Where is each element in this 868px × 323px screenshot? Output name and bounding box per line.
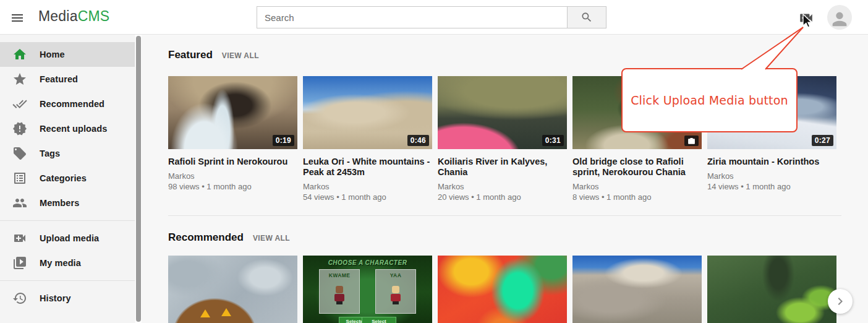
duration-badge: 0:31 — [542, 135, 564, 146]
sidebar-item-upload-media[interactable]: Upload media — [0, 226, 135, 251]
sidebar-item-label: Tags — [40, 149, 60, 158]
annotation-callout: Click Upload Media button — [621, 68, 798, 132]
done-all-icon — [12, 97, 27, 111]
sidebar-item-label: Categories — [40, 173, 87, 183]
recommended-view-all-link[interactable]: VIEW ALL — [253, 234, 290, 243]
carousel-next-button[interactable] — [828, 289, 853, 314]
media-author[interactable]: Markos — [438, 181, 567, 192]
sidebar-secondary-nav: Upload mediaMy media — [0, 226, 135, 275]
search-bar — [257, 6, 606, 28]
sidebar-item-label: Members — [40, 198, 79, 208]
thumbnail-game-character-select[interactable]: CHOOSE A CHARACTERKWAMESelectedYAASelect — [303, 256, 432, 323]
star-icon — [12, 72, 27, 87]
home-icon — [12, 47, 27, 62]
media-title[interactable]: Koiliaris River in Kalyves, Chania — [438, 157, 567, 178]
app-logo[interactable]: MediaCMS — [38, 8, 109, 25]
chevron-right-icon — [833, 294, 848, 309]
media-card — [438, 256, 567, 323]
video-library-icon — [12, 256, 27, 270]
sidebar-divider — [0, 280, 135, 281]
header: MediaCMS — [0, 0, 868, 35]
sidebar-item-label: History — [40, 293, 71, 303]
user-avatar[interactable] — [827, 5, 852, 30]
sidebar-item-recent-uploads[interactable]: Recent uploads — [0, 116, 135, 141]
recommended-cards-row: CHOOSE A CHARACTERKWAMESelectedYAASelect — [168, 256, 868, 323]
thumbnail-green-leaves[interactable] — [707, 256, 836, 323]
mediacms-app: MediaCMS HomeFeaturedRecommendedRecent u… — [0, 0, 868, 323]
section-separator — [168, 215, 841, 216]
media-author[interactable]: Markos — [168, 171, 297, 181]
media-title[interactable]: Rafioli Sprint in Nerokourou — [168, 157, 297, 167]
sidebar-item-my-media[interactable]: My media — [0, 251, 135, 275]
media-card — [707, 256, 836, 323]
sidebar-item-label: Featured — [40, 74, 78, 84]
sidebar-item-categories[interactable]: Categories — [0, 166, 135, 191]
media-title[interactable]: Leuka Ori - White mountains - Peak at 24… — [303, 157, 432, 178]
media-author[interactable]: Markos — [303, 181, 432, 192]
sidebar-main-nav: HomeFeaturedRecommendedRecent uploadsTag… — [0, 35, 135, 215]
sidebar-item-tags[interactable]: Tags — [0, 141, 135, 166]
thumbnail-river-kayak[interactable]: 0:31 — [438, 76, 567, 149]
sidebar: HomeFeaturedRecommendedRecent uploadsTag… — [0, 35, 135, 323]
sidebar-scrollbar-thumb[interactable] — [136, 36, 141, 322]
media-title[interactable]: Ziria mountain - Korinthos — [707, 157, 836, 167]
media-card — [168, 256, 297, 323]
tag-icon — [12, 146, 27, 161]
thumbnail-pumpkin-craft[interactable] — [168, 256, 297, 323]
media-card — [572, 256, 702, 323]
photo-camera-icon — [684, 136, 699, 146]
search-icon — [581, 11, 593, 24]
sidebar-tertiary-nav: History — [0, 286, 135, 311]
search-input[interactable] — [257, 6, 568, 28]
game-character-name: KWAME — [320, 272, 359, 278]
sidebar-item-label: Home — [40, 50, 65, 59]
duration-badge: 0:46 — [407, 135, 429, 146]
sidebar-item-label: Recent uploads — [40, 124, 107, 134]
sidebar-item-history[interactable]: History — [0, 286, 135, 311]
sidebar-divider — [0, 220, 135, 221]
sidebar-scrollbar-track[interactable] — [135, 35, 142, 323]
video-call-icon — [12, 231, 27, 246]
upload-media-icon[interactable] — [798, 10, 814, 26]
thumbnail-fountain-waterfall[interactable]: 0:19 — [168, 76, 297, 149]
media-card: CHOOSE A CHARACTERKWAMESelectedYAASelect — [303, 256, 432, 323]
featured-view-all-link[interactable]: VIEW ALL — [222, 51, 259, 60]
game-character-sprite — [391, 286, 401, 304]
featured-section-header: Featured VIEW ALL — [168, 49, 868, 61]
thumbnail-desert-mountains[interactable]: 0:46 — [303, 76, 432, 149]
sidebar-item-label: Upload media — [40, 233, 99, 243]
sidebar-item-featured[interactable]: Featured — [0, 67, 135, 92]
game-character-panel: YAASelect — [375, 269, 416, 314]
section-title-recommended: Recommended — [168, 231, 244, 244]
media-card: 0:31Koiliaris River in Kalyves, ChaniaMa… — [438, 76, 567, 203]
thumbnail-rocky-mountain[interactable] — [572, 256, 702, 323]
media-card: 0:46Leuka Ori - White mountains - Peak a… — [303, 76, 432, 203]
sidebar-item-recommended[interactable]: Recommended — [0, 92, 135, 116]
sidebar-item-label: My media — [40, 258, 81, 268]
game-character-panel: KWAMESelected — [319, 269, 360, 314]
search-button[interactable] — [568, 6, 606, 28]
logo-text-media: Media — [38, 8, 78, 24]
section-title-featured: Featured — [168, 49, 213, 61]
thumbnail-abstract-gradient[interactable] — [438, 256, 567, 323]
media-views-meta: 8 views • 1 month ago — [572, 192, 702, 203]
media-author[interactable]: Markos — [707, 171, 836, 181]
people-icon — [12, 196, 27, 210]
media-views-meta: 14 views • 1 month ago — [707, 181, 836, 192]
categories-icon — [12, 171, 27, 186]
duration-badge: 0:19 — [273, 135, 294, 146]
media-views-meta: 20 views • 1 month ago — [438, 192, 567, 203]
logo-text-cms: CMS — [78, 8, 110, 24]
sidebar-item-home[interactable]: Home — [0, 42, 135, 67]
new-releases-icon — [12, 121, 27, 136]
game-select-button: Select — [362, 317, 396, 323]
media-title[interactable]: Old bridge close to Rafioli sprint, Nero… — [572, 157, 702, 178]
media-views-meta: 54 views • 1 month ago — [303, 192, 432, 203]
media-card: 0:19Rafioli Sprint in NerokourouMarkos98… — [168, 76, 297, 203]
hamburger-menu-icon[interactable] — [10, 11, 25, 25]
annotation-text: Click Upload Media button — [631, 93, 788, 107]
recommended-section-header: Recommended VIEW ALL — [168, 231, 868, 244]
sidebar-item-members[interactable]: Members — [0, 191, 135, 215]
game-character-sprite — [334, 286, 344, 304]
media-author[interactable]: Markos — [572, 181, 702, 192]
